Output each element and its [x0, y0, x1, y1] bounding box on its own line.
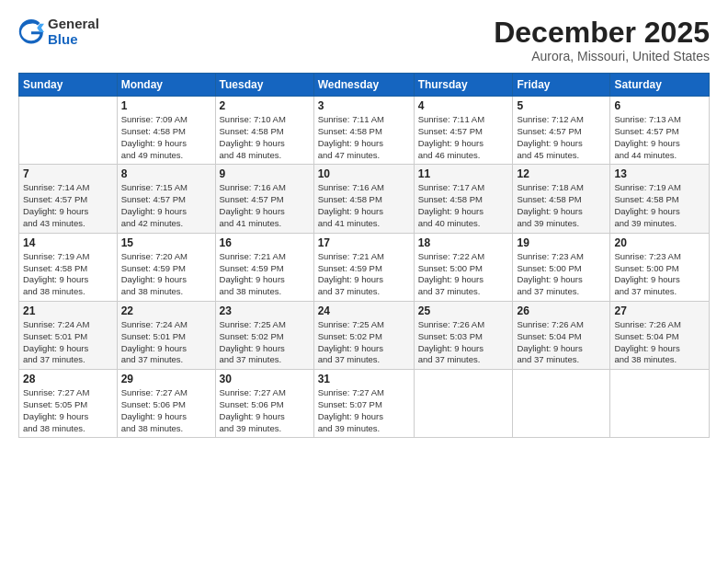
table-row: 9Sunrise: 7:16 AMSunset: 4:57 PMDaylight…: [215, 165, 313, 233]
day-number: 10: [318, 167, 410, 180]
table-row: 17Sunrise: 7:21 AMSunset: 4:59 PMDayligh…: [313, 233, 414, 301]
table-row: 18Sunrise: 7:22 AMSunset: 5:00 PMDayligh…: [414, 233, 513, 301]
table-row: 26Sunrise: 7:26 AMSunset: 5:04 PMDayligh…: [513, 301, 610, 369]
table-row: 3Sunrise: 7:11 AMSunset: 4:58 PMDaylight…: [313, 97, 414, 165]
table-row: 25Sunrise: 7:26 AMSunset: 5:03 PMDayligh…: [414, 301, 513, 369]
table-row: 22Sunrise: 7:24 AMSunset: 5:01 PMDayligh…: [117, 301, 215, 369]
table-row: 5Sunrise: 7:12 AMSunset: 4:57 PMDaylight…: [513, 97, 610, 165]
day-number: 19: [517, 236, 606, 249]
table-row: 28Sunrise: 7:27 AMSunset: 5:05 PMDayligh…: [19, 370, 118, 438]
logo-blue-text: Blue: [48, 32, 99, 48]
day-info: Sunrise: 7:26 AMSunset: 5:04 PMDaylight:…: [614, 319, 705, 366]
day-number: 8: [121, 167, 211, 180]
day-info: Sunrise: 7:21 AMSunset: 4:59 PMDaylight:…: [220, 251, 310, 298]
table-row: 10Sunrise: 7:16 AMSunset: 4:58 PMDayligh…: [313, 165, 414, 233]
calendar-week-row: 21Sunrise: 7:24 AMSunset: 5:01 PMDayligh…: [19, 301, 710, 369]
day-info: Sunrise: 7:18 AMSunset: 4:58 PMDaylight:…: [517, 182, 606, 229]
day-info: Sunrise: 7:10 AMSunset: 4:58 PMDaylight:…: [220, 114, 310, 161]
day-number: 23: [220, 304, 310, 317]
day-info: Sunrise: 7:16 AMSunset: 4:58 PMDaylight:…: [318, 182, 410, 229]
calendar-week-row: 28Sunrise: 7:27 AMSunset: 5:05 PMDayligh…: [19, 370, 710, 438]
day-number: 25: [418, 304, 509, 317]
table-row: 31Sunrise: 7:27 AMSunset: 5:07 PMDayligh…: [313, 370, 414, 438]
table-row: 19Sunrise: 7:23 AMSunset: 5:00 PMDayligh…: [513, 233, 610, 301]
table-row: 2Sunrise: 7:10 AMSunset: 4:58 PMDaylight…: [215, 97, 313, 165]
day-info: Sunrise: 7:26 AMSunset: 5:03 PMDaylight:…: [418, 319, 509, 366]
day-number: 28: [23, 373, 113, 385]
page: General Blue December 2025 Aurora, Misso…: [0, 0, 728, 563]
day-number: 24: [318, 304, 410, 317]
day-info: Sunrise: 7:27 AMSunset: 5:06 PMDaylight:…: [121, 387, 211, 434]
day-info: Sunrise: 7:09 AMSunset: 4:58 PMDaylight:…: [121, 114, 211, 161]
day-number: 4: [418, 99, 509, 112]
day-info: Sunrise: 7:25 AMSunset: 5:02 PMDaylight:…: [318, 319, 410, 366]
day-info: Sunrise: 7:27 AMSunset: 5:05 PMDaylight:…: [23, 387, 113, 434]
table-row: 6Sunrise: 7:13 AMSunset: 4:57 PMDaylight…: [610, 97, 710, 165]
logo: General Blue: [18, 17, 99, 47]
day-number: 18: [418, 236, 509, 249]
day-info: Sunrise: 7:24 AMSunset: 5:01 PMDaylight:…: [23, 319, 113, 366]
day-number: 5: [517, 99, 606, 112]
day-number: 30: [220, 373, 310, 385]
day-number: 3: [318, 99, 410, 112]
calendar-week-row: 7Sunrise: 7:14 AMSunset: 4:57 PMDaylight…: [19, 165, 710, 233]
title-block: December 2025 Aurora, Missouri, United S…: [494, 17, 710, 63]
table-row: 8Sunrise: 7:15 AMSunset: 4:57 PMDaylight…: [117, 165, 215, 233]
day-info: Sunrise: 7:26 AMSunset: 5:04 PMDaylight:…: [517, 319, 606, 366]
day-info: Sunrise: 7:23 AMSunset: 5:00 PMDaylight:…: [614, 251, 705, 298]
col-wednesday: Wednesday: [313, 74, 414, 97]
table-row: 24Sunrise: 7:25 AMSunset: 5:02 PMDayligh…: [313, 301, 414, 369]
calendar-week-row: 1Sunrise: 7:09 AMSunset: 4:58 PMDaylight…: [19, 97, 710, 165]
day-info: Sunrise: 7:21 AMSunset: 4:59 PMDaylight:…: [318, 251, 410, 298]
day-number: 15: [121, 236, 211, 249]
day-info: Sunrise: 7:12 AMSunset: 4:57 PMDaylight:…: [517, 114, 606, 161]
day-number: 26: [517, 304, 606, 317]
day-number: 29: [121, 373, 211, 385]
header: General Blue December 2025 Aurora, Misso…: [18, 17, 710, 63]
day-number: 14: [23, 236, 113, 249]
table-row: 23Sunrise: 7:25 AMSunset: 5:02 PMDayligh…: [215, 301, 313, 369]
day-info: Sunrise: 7:14 AMSunset: 4:57 PMDaylight:…: [23, 182, 113, 229]
day-info: Sunrise: 7:19 AMSunset: 4:58 PMDaylight:…: [23, 251, 113, 298]
table-row: 20Sunrise: 7:23 AMSunset: 5:00 PMDayligh…: [610, 233, 710, 301]
day-info: Sunrise: 7:20 AMSunset: 4:59 PMDaylight:…: [121, 251, 211, 298]
table-row: 29Sunrise: 7:27 AMSunset: 5:06 PMDayligh…: [117, 370, 215, 438]
day-number: 22: [121, 304, 211, 317]
table-row: [19, 97, 118, 165]
logo-text: General Blue: [48, 17, 99, 47]
table-row: [414, 370, 513, 438]
logo-icon: [18, 19, 44, 45]
logo-general-text: General: [48, 17, 99, 32]
day-info: Sunrise: 7:27 AMSunset: 5:06 PMDaylight:…: [220, 387, 310, 434]
table-row: 14Sunrise: 7:19 AMSunset: 4:58 PMDayligh…: [19, 233, 118, 301]
day-number: 27: [614, 304, 705, 317]
table-row: 12Sunrise: 7:18 AMSunset: 4:58 PMDayligh…: [513, 165, 610, 233]
day-info: Sunrise: 7:25 AMSunset: 5:02 PMDaylight:…: [220, 319, 310, 366]
table-row: 21Sunrise: 7:24 AMSunset: 5:01 PMDayligh…: [19, 301, 118, 369]
day-info: Sunrise: 7:15 AMSunset: 4:57 PMDaylight:…: [121, 182, 211, 229]
col-friday: Friday: [513, 74, 610, 97]
table-row: 7Sunrise: 7:14 AMSunset: 4:57 PMDaylight…: [19, 165, 118, 233]
col-monday: Monday: [117, 74, 215, 97]
day-info: Sunrise: 7:17 AMSunset: 4:58 PMDaylight:…: [418, 182, 509, 229]
day-number: 11: [418, 167, 509, 180]
day-number: 7: [23, 167, 113, 180]
day-number: 21: [23, 304, 113, 317]
day-info: Sunrise: 7:19 AMSunset: 4:58 PMDaylight:…: [614, 182, 705, 229]
day-info: Sunrise: 7:13 AMSunset: 4:57 PMDaylight:…: [614, 114, 705, 161]
day-number: 16: [220, 236, 310, 249]
day-number: 17: [318, 236, 410, 249]
col-saturday: Saturday: [610, 74, 710, 97]
table-row: 4Sunrise: 7:11 AMSunset: 4:57 PMDaylight…: [414, 97, 513, 165]
table-row: 30Sunrise: 7:27 AMSunset: 5:06 PMDayligh…: [215, 370, 313, 438]
day-number: 6: [614, 99, 705, 112]
table-row: 15Sunrise: 7:20 AMSunset: 4:59 PMDayligh…: [117, 233, 215, 301]
day-info: Sunrise: 7:11 AMSunset: 4:57 PMDaylight:…: [418, 114, 509, 161]
main-title: December 2025: [494, 17, 710, 49]
day-info: Sunrise: 7:22 AMSunset: 5:00 PMDaylight:…: [418, 251, 509, 298]
table-row: 27Sunrise: 7:26 AMSunset: 5:04 PMDayligh…: [610, 301, 710, 369]
table-row: 13Sunrise: 7:19 AMSunset: 4:58 PMDayligh…: [610, 165, 710, 233]
day-info: Sunrise: 7:23 AMSunset: 5:00 PMDaylight:…: [517, 251, 606, 298]
subtitle: Aurora, Missouri, United States: [494, 49, 710, 63]
col-sunday: Sunday: [19, 74, 118, 97]
